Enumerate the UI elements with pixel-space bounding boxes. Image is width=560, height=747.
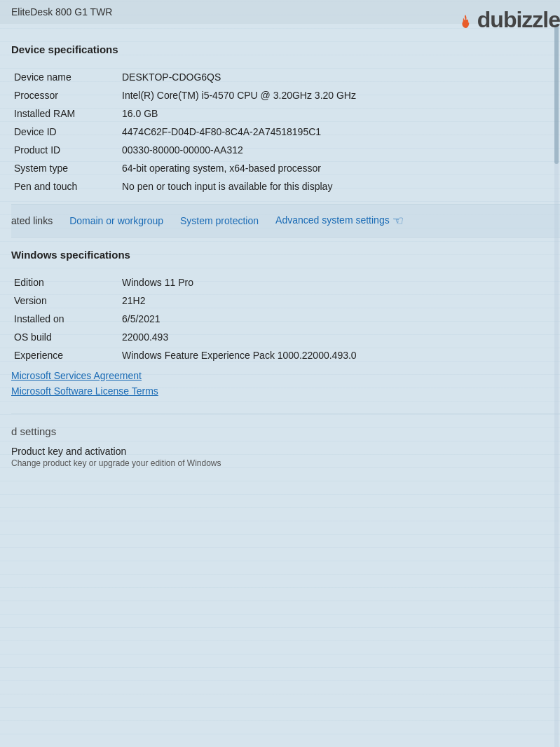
table-row: Device name DESKTOP-CDOG6QS xyxy=(11,68,560,86)
device-specs-header: Device specifications xyxy=(11,43,560,55)
windows-specs-header: Windows specifications xyxy=(11,249,560,261)
dubizzle-logo: dubizzle xyxy=(460,7,560,33)
related-links-label: ated links xyxy=(11,215,53,226)
spec-value: No pen or touch input is available for t… xyxy=(116,177,560,196)
table-row: Installed on 6/5/2021 xyxy=(11,310,560,328)
spec-value: 64-bit operating system, x64-based proce… xyxy=(116,159,560,177)
spec-label: Product ID xyxy=(11,141,116,159)
spec-value: 22000.493 xyxy=(116,328,560,346)
spec-value: DESKTOP-CDOG6QS xyxy=(116,68,560,86)
dubizzle-text: dubizzle xyxy=(477,7,560,32)
table-row: System type 64-bit operating system, x64… xyxy=(11,159,560,177)
spec-value: Windows Feature Experience Pack 1000.220… xyxy=(116,346,560,364)
device-specs-table: Device name DESKTOP-CDOG6QS Processor In… xyxy=(11,68,560,196)
windows-specs-section: Windows specifications Edition Windows 1… xyxy=(11,249,560,397)
table-row: Product ID 00330-80000-00000-AA312 xyxy=(11,141,560,159)
spec-value: 4474C62F-D04D-4F80-8C4A-2A74518195C1 xyxy=(116,123,560,141)
system-protection-link[interactable]: System protection xyxy=(180,215,259,226)
related-links-bar: ated links Domain or workgroup System pr… xyxy=(11,204,560,238)
spec-value: 21H2 xyxy=(116,292,560,310)
ms-services-agreement-link[interactable]: Microsoft Services Agreement xyxy=(11,370,560,381)
spec-label: OS build xyxy=(11,328,116,346)
spec-label: Version xyxy=(11,292,116,310)
activation-item: Product key and activation Change produc… xyxy=(11,446,560,468)
device-model-label: EliteDesk 800 G1 TWR xyxy=(11,6,112,18)
activation-title: Product key and activation xyxy=(11,446,560,457)
spec-value: Windows 11 Pro xyxy=(116,273,560,292)
spec-label: Device name xyxy=(11,68,116,86)
cursor-icon: ☞ xyxy=(392,213,404,228)
main-content: Device specifications Device name DESKTO… xyxy=(0,24,560,747)
spec-label: System type xyxy=(11,159,116,177)
bottom-section-header: d settings xyxy=(11,425,560,437)
spec-label: Experience xyxy=(11,346,116,364)
ms-software-license-link[interactable]: Microsoft Software License Terms xyxy=(11,385,560,397)
table-row: Pen and touch No pen or touch input is a… xyxy=(11,177,560,196)
activation-subtitle: Change product key or upgrade your editi… xyxy=(11,458,560,468)
advanced-system-settings-text: Advanced system settings xyxy=(275,214,390,226)
table-row: Experience Windows Feature Experience Pa… xyxy=(11,346,560,364)
scrollbar[interactable] xyxy=(554,24,559,747)
spec-label: Processor xyxy=(11,86,116,104)
page-wrapper: EliteDesk 800 G1 TWR dubizzle Device spe… xyxy=(0,0,560,747)
table-row: Processor Intel(R) Core(TM) i5-4570 CPU … xyxy=(11,86,560,104)
spec-label: Edition xyxy=(11,273,116,292)
spec-value: 16.0 GB xyxy=(116,104,560,123)
spec-label: Installed on xyxy=(11,310,116,328)
table-row: Edition Windows 11 Pro xyxy=(11,273,560,292)
scrollbar-thumb xyxy=(554,24,559,164)
bottom-section: d settings Product key and activation Ch… xyxy=(11,413,560,468)
table-row: Installed RAM 16.0 GB xyxy=(11,104,560,123)
table-row: Version 21H2 xyxy=(11,292,560,310)
table-row: OS build 22000.493 xyxy=(11,328,560,346)
spec-value: 6/5/2021 xyxy=(116,310,560,328)
spec-value: 00330-80000-00000-AA312 xyxy=(116,141,560,159)
spec-value: Intel(R) Core(TM) i5-4570 CPU @ 3.20GHz … xyxy=(116,86,560,104)
flame-icon xyxy=(460,15,470,29)
windows-specs-table: Edition Windows 11 Pro Version 21H2 Inst… xyxy=(11,273,560,364)
spec-label: Device ID xyxy=(11,123,116,141)
spec-label: Pen and touch xyxy=(11,177,116,196)
table-row: Device ID 4474C62F-D04D-4F80-8C4A-2A7451… xyxy=(11,123,560,141)
spec-label: Installed RAM xyxy=(11,104,116,123)
advanced-system-settings-link[interactable]: Advanced system settings☞ xyxy=(275,213,404,228)
domain-workgroup-link[interactable]: Domain or workgroup xyxy=(69,215,163,226)
